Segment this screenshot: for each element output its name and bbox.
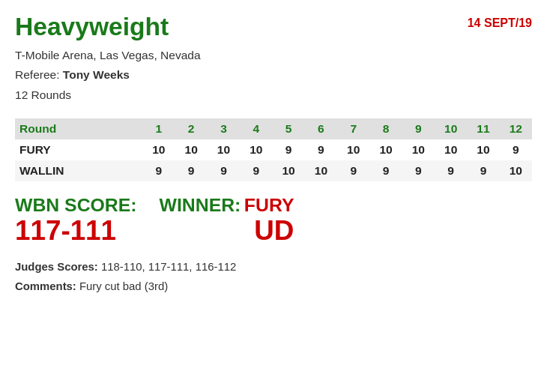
fight-meta: T-Mobile Arena, Las Vegas, Nevada Refere… [15, 46, 532, 105]
score-round-9: 10 [402, 139, 435, 160]
fighter-name: WALLIN [15, 160, 142, 181]
round-header-2: 2 [175, 118, 207, 139]
round-header-1: 1 [142, 118, 175, 139]
score-round-8: 10 [369, 139, 402, 160]
round-header-6: 6 [305, 118, 337, 139]
score-round-9: 9 [402, 160, 435, 181]
round-header-11: 11 [467, 118, 499, 139]
judges-label: Judges Scores: [15, 261, 98, 273]
round-header-12: 12 [500, 118, 532, 139]
comments-line: Comments: Fury cut bad (3rd) [15, 277, 532, 297]
fight-date: 14 SEPT/19 [468, 16, 532, 30]
winner-method: UD [160, 216, 294, 246]
score-round-3: 10 [208, 139, 240, 160]
referee-name: Tony Weeks [63, 68, 130, 81]
wbn-label: WBN SCORE: [15, 195, 137, 216]
scorecard-header-row: Round 123456789101112 [15, 118, 532, 139]
score-round-12: 10 [500, 160, 532, 181]
comments-text: Fury cut bad (3rd) [79, 280, 168, 292]
judges-scores-line: Judges Scores: 118-110, 117-111, 116-112 [15, 257, 532, 277]
score-round-11: 9 [467, 160, 499, 181]
winner-header-line: WINNER: FURY [160, 195, 294, 216]
round-header-5: 5 [272, 118, 304, 139]
score-round-2: 9 [175, 160, 207, 181]
round-header-7: 7 [337, 118, 369, 139]
score-round-10: 10 [435, 139, 467, 160]
fighter-name: FURY [15, 139, 142, 160]
score-round-4: 9 [240, 160, 272, 181]
winner-block: WINNER: FURY UD [160, 195, 294, 246]
referee-label: Referee: [15, 68, 60, 81]
round-header-4: 4 [240, 118, 272, 139]
score-round-8: 9 [369, 160, 402, 181]
round-header-3: 3 [208, 118, 240, 139]
score-round-7: 10 [337, 139, 369, 160]
score-round-6: 10 [305, 160, 337, 181]
score-round-3: 9 [208, 160, 240, 181]
winner-name: FURY [244, 195, 294, 215]
round-header-9: 9 [402, 118, 435, 139]
score-round-10: 9 [435, 160, 467, 181]
score-round-2: 10 [175, 139, 207, 160]
score-round-12: 9 [500, 139, 532, 160]
venue: T-Mobile Arena, Las Vegas, Nevada [15, 46, 532, 65]
scorecard-table: Round 123456789101112 FURY10101010991010… [15, 118, 532, 181]
score-round-7: 9 [337, 160, 369, 181]
score-round-1: 10 [142, 139, 175, 160]
rounds-info: 12 Rounds [15, 85, 532, 105]
results-section: WBN SCORE: 117-111 WINNER: FURY UD [15, 195, 532, 246]
fight-title: Heavyweight [15, 13, 169, 41]
round-header-8: 8 [369, 118, 402, 139]
scorecard-fighter-row: FURY101010109910101010109 [15, 139, 532, 160]
judges-scores-values: 118-110, 117-111, 116-112 [101, 261, 236, 273]
footnotes: Judges Scores: 118-110, 117-111, 116-112… [15, 257, 532, 298]
score-round-1: 9 [142, 160, 175, 181]
round-header-10: 10 [435, 118, 467, 139]
score-round-5: 9 [272, 139, 304, 160]
scorecard-fighter-row: WALLIN999910109999910 [15, 160, 532, 181]
header-row: Heavyweight 14 SEPT/19 [15, 13, 532, 41]
wbn-score: 117-111 [15, 216, 137, 246]
winner-label: WINNER: [160, 195, 241, 215]
comments-label: Comments: [15, 280, 76, 292]
round-col-header: Round [15, 118, 142, 139]
referee-line: Referee: Tony Weeks [15, 65, 532, 85]
score-round-11: 10 [467, 139, 499, 160]
score-round-4: 10 [240, 139, 272, 160]
score-round-5: 10 [272, 160, 304, 181]
wbn-score-block: WBN SCORE: 117-111 [15, 195, 137, 246]
score-round-6: 9 [305, 139, 337, 160]
